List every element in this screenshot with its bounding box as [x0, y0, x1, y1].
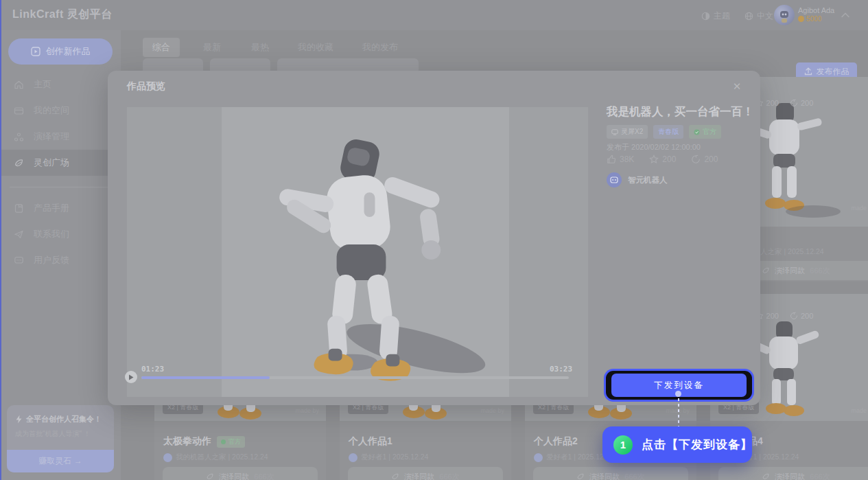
tab-newest[interactable]: 最新	[193, 38, 231, 57]
perform-same-button[interactable]: 演绎同款 666次	[718, 467, 868, 480]
author-row[interactable]: 智元机器人	[607, 172, 668, 187]
tab-my-posts[interactable]: 我的发布	[353, 38, 408, 57]
tab-overall[interactable]: 综合	[143, 38, 180, 57]
robot-video-still	[222, 107, 509, 397]
create-work-label: 创作新作品	[46, 45, 91, 58]
perform-same-button[interactable]: 演绎同款 666次	[348, 467, 503, 480]
video-frame	[222, 107, 509, 397]
perform-same-count: 666次	[810, 266, 830, 276]
theme-toggle[interactable]: 主题	[701, 10, 730, 22]
close-icon[interactable]: ✕	[731, 80, 743, 93]
tab-hottest[interactable]: 最热	[242, 38, 279, 57]
sidebar-feedback-label: 用户反馈	[34, 254, 69, 266]
perform-same-label: 演绎同款	[775, 472, 805, 480]
perform-same-button[interactable]: 演绎同款 666次	[533, 467, 688, 480]
card-shares: 200	[790, 99, 813, 107]
card-title: 个人作品2	[534, 435, 578, 448]
theme-icon	[701, 12, 710, 21]
top-bar: LinkCraft 灵创平台 主题 中文 Agibot Ad	[0, 0, 868, 30]
guide-step-badge: 1	[613, 435, 633, 455]
work-title: 我是机器人，买一台省一百！	[607, 104, 754, 119]
card-title: 太极拳动作	[163, 435, 211, 448]
leaf-icon	[762, 472, 770, 480]
work-tags: 灵犀X2 青春版 官方	[607, 125, 721, 139]
like-button[interactable]: 38K	[607, 155, 634, 164]
sidebar-my-space-label: 我的空间	[34, 104, 69, 117]
official-dot-icon	[221, 439, 226, 444]
folder-icon	[14, 106, 24, 116]
user-name: Agibot Ada	[798, 6, 834, 15]
leaf-icon	[576, 472, 585, 480]
sidebar-plaza-label: 灵创广场	[34, 157, 69, 169]
guide-connector-dot	[675, 391, 681, 397]
user-info[interactable]: Agibot Ada 5000	[798, 6, 834, 23]
promo-title: 全平台创作人召集令！	[26, 414, 102, 424]
work-stats: 38K 200 200	[607, 155, 718, 164]
home-icon	[14, 80, 24, 90]
tab-my-favorites[interactable]: 我的收藏	[288, 38, 343, 57]
avatar-robot-icon	[774, 5, 795, 25]
author-mini-avatar	[163, 453, 172, 462]
card-author-date: 我的机器人之家 | 2025.12.24	[176, 453, 268, 462]
publish-work-label: 发布作品	[817, 66, 849, 78]
author-avatar	[607, 172, 622, 187]
points-value: 5000	[806, 15, 821, 23]
book-icon	[14, 203, 24, 214]
video-player[interactable]	[127, 107, 588, 397]
card-title-row: 个人作品2	[534, 435, 578, 448]
sidebar-item-manual[interactable]: 产品手册	[0, 195, 121, 221]
card-meta: 我的机器人之家 | 2025.12.24	[163, 453, 268, 462]
card-title-row: 个人作品1	[349, 435, 392, 448]
language-label: 中文	[757, 10, 773, 22]
leaf-icon	[206, 472, 214, 480]
perform-same-label: 演绎同款	[404, 472, 434, 480]
progress-bar[interactable]	[141, 376, 569, 379]
sidebar-item-my-space[interactable]: 我的空间	[0, 98, 121, 124]
robot-face-icon	[610, 176, 618, 183]
official-tag: 官方	[689, 125, 721, 139]
sidebar-home-label: 主页	[34, 78, 51, 91]
create-work-button[interactable]: 创作新作品	[8, 38, 113, 65]
app-window: LinkCraft 灵创平台 主题 中文 Agibot Ad	[0, 0, 868, 480]
verified-icon	[694, 129, 700, 135]
author-name: 智元机器人	[628, 175, 668, 185]
sidebar-divider	[10, 187, 111, 187]
perform-same-count: 666次	[624, 472, 644, 480]
card-author-date: 爱好者1 | 2025.12.24	[361, 453, 428, 462]
card-title-row: 太极拳动作 官方	[163, 435, 245, 448]
perform-same-button[interactable]: 演绎同款 666次	[163, 467, 318, 480]
sidebar-performance-label: 演绎管理	[34, 130, 69, 143]
promo-subtitle: 成为首批"机器人导演" ！	[15, 429, 106, 439]
sidebar-contact-label: 联系我们	[34, 228, 69, 240]
sidebar-item-plaza[interactable]: 灵创广场	[0, 150, 121, 176]
modal-title: 作品预览	[127, 80, 165, 93]
work-preview-modal: 作品预览 ✕	[108, 71, 760, 405]
sidebar-item-home[interactable]: 主页	[0, 71, 121, 98]
leaf-icon	[391, 472, 399, 480]
language-switch[interactable]: 中文	[744, 10, 773, 22]
favorite-button[interactable]: 200	[649, 155, 676, 164]
globe-icon	[744, 12, 753, 21]
sidebar-item-performance[interactable]: 演绎管理	[0, 124, 121, 150]
star-icon	[649, 155, 659, 164]
perform-same-count: 666次	[810, 472, 830, 480]
earn-gems-button[interactable]: 赚取灵石 →	[7, 450, 114, 472]
watermark: made by	[295, 407, 319, 414]
user-avatar[interactable]	[774, 5, 795, 25]
lightning-icon	[15, 415, 23, 424]
sidebar-manual-label: 产品手册	[34, 202, 69, 214]
perform-same-label: 演绎同款	[219, 472, 249, 480]
official-badge: 官方	[217, 436, 245, 448]
perform-same-count: 666次	[439, 472, 459, 480]
sidebar: 创作新作品 主页 我的空间 演绎管理	[0, 30, 121, 480]
card-stars-count: 200	[766, 312, 779, 320]
chevron-up-icon[interactable]	[841, 12, 849, 18]
play-button[interactable]	[125, 371, 137, 383]
sidebar-item-feedback[interactable]: 用户反馈	[0, 247, 121, 273]
perform-same-label: 演绎同款	[775, 266, 805, 276]
paper-plane-icon	[14, 229, 24, 240]
official-label: 官方	[228, 437, 241, 446]
author-mini-avatar	[534, 453, 543, 462]
sidebar-item-contact[interactable]: 联系我们	[0, 221, 121, 247]
share-button[interactable]: 200	[691, 155, 718, 164]
